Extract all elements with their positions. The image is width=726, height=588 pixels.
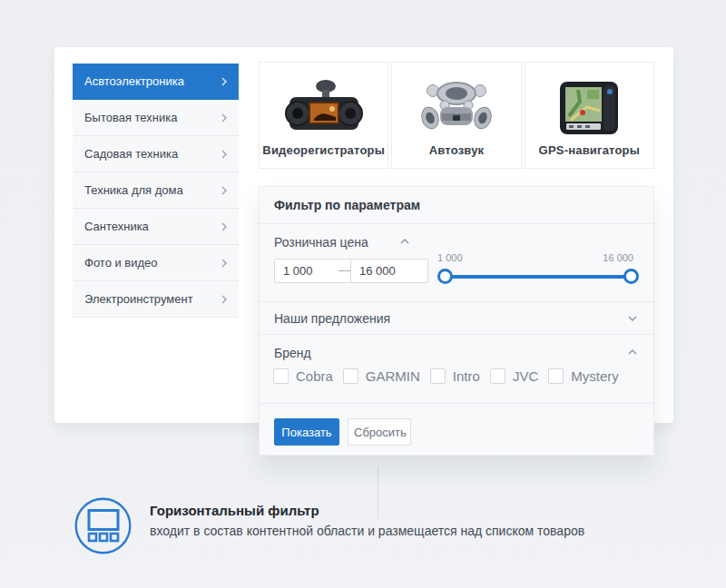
annotation-connector-line: [378, 466, 378, 518]
chevron-right-icon: [221, 186, 227, 195]
sidebar-item-label: Бытовая техника: [84, 111, 177, 124]
reset-filter-button[interactable]: Сбросить: [348, 418, 411, 446]
brand-option-mystery[interactable]: Mystery: [548, 368, 619, 384]
brand-option-label: Intro: [453, 368, 480, 384]
category-sidebar: Асвтоэлектроника Бытовая техника Садовая…: [73, 64, 239, 318]
brand-section-label: Бренд: [274, 346, 311, 360]
chevron-right-icon: [221, 113, 227, 122]
slider-min-label: 1 000: [437, 252, 463, 263]
category-card-gps[interactable]: GPS-навигаторы: [525, 62, 654, 169]
offers-section-label: Наши предложения: [274, 311, 390, 326]
checkbox-intro[interactable]: [430, 368, 446, 384]
slider-max-label: 16 000: [603, 252, 633, 263]
price-filter-section: Розничная цена — 1 000 16 000: [260, 224, 653, 302]
chevron-right-icon: [221, 259, 227, 268]
category-cards: Видеорегистраторы: [259, 62, 654, 169]
checkbox-jvc[interactable]: [490, 368, 505, 384]
brand-filter-section: Бренд Cobra GARMIN Intro JVC: [260, 335, 653, 404]
sidebar-item-avtoelektronika[interactable]: Асвтоэлектроника: [73, 64, 239, 100]
brand-option-cobra[interactable]: Cobra: [273, 368, 333, 384]
checkbox-garmin[interactable]: [343, 368, 358, 384]
sidebar-item-label: Сантехника: [84, 220, 149, 233]
show-results-button[interactable]: Показать: [274, 418, 339, 446]
filter-buttons: Показать Сбросить: [260, 404, 653, 446]
horizontal-filter-layout-icon: [74, 497, 132, 554]
page: Асвтоэлектроника Бытовая техника Садовая…: [0, 0, 726, 588]
collapse-price-chevron-up-icon[interactable]: [400, 239, 409, 244]
brand-option-label: Mystery: [571, 368, 619, 384]
brand-options: Cobra GARMIN Intro JVC Mystery: [273, 368, 619, 384]
price-range-slider: [446, 268, 631, 286]
offers-filter-section[interactable]: Наши предложения: [260, 302, 653, 335]
brand-option-label: GARMIN: [366, 368, 420, 384]
gps-navigator-image: [553, 75, 625, 142]
category-card-label: Автозвук: [392, 143, 520, 157]
chevron-right-icon: [221, 150, 227, 159]
sidebar-item-foto-i-video[interactable]: Фото и видео: [73, 245, 239, 281]
sidebar-item-bytovaya-tehnika[interactable]: Бытовая техника: [73, 100, 239, 136]
chevron-right-icon: [221, 77, 227, 86]
sidebar-item-label: Асвтоэлектроника: [84, 74, 184, 88]
brand-option-label: JVC: [513, 368, 538, 384]
slider-track[interactable]: [446, 275, 631, 279]
car-audio-image: [418, 75, 495, 142]
slider-handle-min[interactable]: [437, 269, 453, 284]
checkbox-cobra[interactable]: [273, 368, 289, 384]
category-card-dashcams[interactable]: Видеорегистраторы: [259, 62, 388, 169]
slider-handle-max[interactable]: [623, 269, 639, 284]
checkbox-mystery[interactable]: [548, 368, 564, 384]
price-range-separator: —: [338, 263, 350, 277]
filter-panel-title: Фильтр по параметрам: [260, 187, 653, 224]
collapse-brand-chevron-up-icon[interactable]: [628, 349, 637, 355]
annotation-description: входит в состав контентной области и раз…: [150, 524, 584, 538]
expand-offers-chevron-down-icon[interactable]: [628, 316, 637, 321]
price-max-input[interactable]: [350, 259, 428, 283]
sidebar-item-label: Техника для дома: [84, 183, 183, 197]
sidebar-item-tehnika-dlya-doma[interactable]: Техника для дома: [73, 172, 239, 209]
category-card-car-audio[interactable]: Автозвук: [391, 62, 521, 169]
sidebar-item-label: Фото и видео: [84, 256, 158, 270]
dashcam-image: [280, 75, 368, 142]
chevron-right-icon: [221, 295, 227, 304]
brand-option-intro[interactable]: Intro: [430, 368, 480, 384]
filter-panel: Фильтр по параметрам Розничная цена — 1 …: [259, 186, 654, 456]
chevron-right-icon: [221, 222, 227, 231]
brand-option-garmin[interactable]: GARMIN: [343, 368, 420, 384]
sidebar-item-sadovaya-tehnika[interactable]: Садовая техника: [73, 136, 239, 172]
annotation-title: Горизонтальный фильтр: [150, 503, 319, 518]
price-section-label: Розничная цена: [274, 235, 368, 250]
sidebar-item-label: Электроинструмент: [84, 292, 193, 306]
category-card-label: GPS-навигаторы: [525, 143, 653, 157]
brand-option-label: Cobra: [296, 368, 333, 384]
category-card-label: Видеорегистраторы: [260, 143, 388, 157]
brand-option-jvc[interactable]: JVC: [490, 368, 538, 384]
sidebar-item-elektroinstrument[interactable]: Электроинструмент: [73, 281, 239, 318]
sidebar-item-label: Садовая техника: [84, 147, 178, 161]
sidebar-item-santehnika[interactable]: Сантехника: [73, 209, 239, 245]
